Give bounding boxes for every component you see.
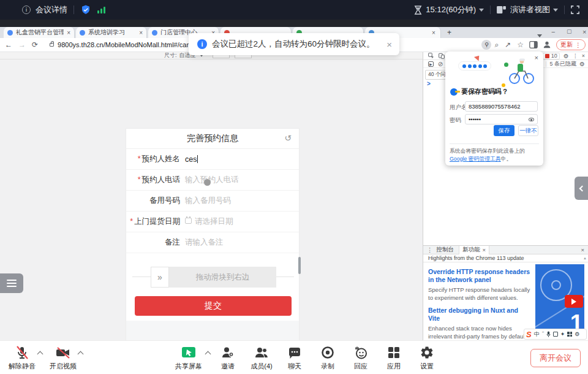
form-row-remark[interactable]: 备注 请输入备注: [126, 232, 299, 253]
ime-skin-icon[interactable]: ✦: [560, 331, 565, 337]
network-signal-icon[interactable]: [97, 6, 107, 13]
browser-tab[interactable]: 礼盒营销平台管理中心 ×: [4, 27, 75, 38]
password-input[interactable]: ••••••: [465, 114, 538, 124]
devtools-settings-icon[interactable]: ⚙: [564, 53, 569, 59]
device-toggle-icon[interactable]: [439, 53, 445, 59]
page-scrollbar-thumb[interactable]: [298, 257, 301, 274]
devtools-close-icon[interactable]: ×: [582, 53, 585, 59]
browser-tab[interactable]: 系统培训学习 ×: [76, 27, 147, 38]
tab-close-icon[interactable]: ×: [483, 246, 486, 253]
meeting-notification-banner: i 会议已超过2人，自动转为60分钟限时会议。 ×: [189, 33, 399, 55]
browser-frame: [0, 20, 588, 27]
banner-close-icon[interactable]: ×: [386, 39, 392, 50]
forward-icon[interactable]: →: [18, 40, 26, 49]
never-save-button[interactable]: 一律不: [518, 125, 538, 136]
annotation-toolbar-handle[interactable]: [0, 273, 23, 293]
reload-icon[interactable]: ⟳: [32, 40, 38, 49]
password-dots-illustration: [458, 61, 491, 71]
window-minimize-button[interactable]: −: [551, 28, 555, 36]
ime-toolbox-icon[interactable]: [567, 332, 572, 337]
panel-menu-icon[interactable]: ⋮: [427, 246, 433, 253]
whats-new-panel: ⋮ 控制台 新功能 × × Highlights from the Chrome…: [423, 245, 588, 340]
tab-title: 系统培训学习: [88, 28, 136, 37]
ime-lang-button[interactable]: 中: [534, 330, 540, 338]
undo-icon[interactable]: ↺: [284, 133, 292, 143]
meeting-details-button[interactable]: i 会议详情: [22, 4, 67, 15]
zoom-icon[interactable]: ⌕: [494, 40, 499, 49]
whats-new-thumbnail[interactable]: 1: [535, 264, 584, 332]
leave-meeting-button[interactable]: 离开会议: [530, 349, 581, 367]
date-input[interactable]: 请选择日期: [185, 216, 233, 227]
bookmark-star-icon[interactable]: ☆: [517, 40, 524, 49]
wn-heading-link[interactable]: Override HTTP response headers in the Ne…: [428, 268, 531, 284]
menu-dots-icon: ⋮: [575, 42, 581, 48]
new-tab-button[interactable]: +: [447, 28, 451, 37]
panel-close-icon[interactable]: ×: [581, 246, 584, 253]
start-video-button[interactable]: 开启视频: [43, 345, 83, 371]
side-panel-icon[interactable]: [529, 41, 538, 48]
unmute-button[interactable]: 解除静音: [2, 345, 42, 371]
window-close-button[interactable]: ×: [582, 28, 586, 36]
timer-caret-icon[interactable]: [479, 9, 484, 12]
save-password-button[interactable]: 保存: [494, 125, 514, 136]
name-input[interactable]: ces: [185, 155, 198, 164]
device-size-label: 尺寸:: [164, 52, 177, 59]
share-screen-button[interactable]: 共享屏幕: [169, 345, 208, 371]
scroll-up-icon[interactable]: ▲: [583, 256, 587, 260]
tab-console[interactable]: 控制台: [437, 246, 454, 254]
expand-panel-handle[interactable]: [575, 177, 588, 200]
phone-input[interactable]: 输入预约人电话: [185, 175, 239, 185]
profile-avatar-icon[interactable]: [543, 40, 551, 49]
dialog-title: 要保存密码吗？: [461, 87, 508, 96]
settings-button[interactable]: 设置: [407, 345, 447, 371]
console-play-icon[interactable]: ▶: [428, 61, 434, 67]
youtube-play-icon[interactable]: [565, 295, 583, 308]
submit-button[interactable]: 提交: [135, 296, 292, 316]
form-row-backup[interactable]: 备用号码 输入备用号码: [126, 191, 299, 212]
password-key-icon[interactable]: ⚲: [481, 40, 491, 50]
console-clear-icon[interactable]: ⊘: [438, 61, 443, 67]
devtools-menu-icon[interactable]: ⋮: [573, 53, 578, 59]
tab-close-icon[interactable]: ×: [432, 29, 435, 36]
sogou-logo-icon[interactable]: S: [526, 330, 532, 338]
remark-input[interactable]: 请输入备注: [185, 237, 224, 248]
password-manager-link[interactable]: Google 密码管理工具: [450, 156, 501, 162]
ime-mic-icon[interactable]: [546, 331, 551, 337]
inspect-icon[interactable]: [428, 53, 434, 59]
text-caret: [197, 155, 198, 163]
meeting-bottom-toolbar: 解除静音 开启视频 共享屏幕: [0, 340, 588, 374]
username-input[interactable]: 8385889075578462: [465, 101, 538, 112]
chrome-update-button[interactable]: 更新 ⋮: [556, 39, 586, 50]
view-mode-label[interactable]: 演讲者视图: [510, 4, 550, 15]
form-row-date[interactable]: *上门提货日期 请选择日期: [126, 212, 299, 232]
share-icon[interactable]: ↗: [505, 40, 511, 49]
tab-close-icon[interactable]: ×: [139, 29, 143, 36]
page-viewport: 完善预约信息 ↺ *预约人姓名 ces *预约人电话 输入预约人电话 备用号码 …: [0, 59, 423, 340]
save-password-dialog: × 要保存密码吗？ 用户名 8385889075578462 密码 ••••••…: [445, 52, 543, 166]
back-icon[interactable]: ←: [5, 40, 12, 49]
wn-heading-link[interactable]: Better debugging in Nuxt and Vite: [428, 307, 531, 322]
view-caret-icon[interactable]: [553, 9, 558, 12]
window-maximize-button[interactable]: ▢: [567, 28, 572, 34]
apps-grid-icon: [386, 345, 401, 360]
console-prompt[interactable]: >: [427, 80, 431, 87]
ime-keyboard-icon[interactable]: [553, 332, 558, 337]
ime-settings-icon[interactable]: ⚙: [575, 331, 579, 337]
timer-hourglass-icon: [414, 6, 422, 15]
show-password-eye-icon[interactable]: [529, 118, 534, 121]
slider-handle[interactable]: »: [151, 267, 169, 288]
form-row-name[interactable]: *预约人姓名 ces: [126, 149, 299, 170]
tab-whats-new[interactable]: 新功能 ×: [459, 246, 489, 254]
console-settings-icon[interactable]: ⚙: [579, 61, 585, 67]
form-row-phone[interactable]: *预约人电话 输入预约人电话: [126, 170, 299, 191]
backup-input[interactable]: 输入备用号码: [185, 196, 231, 206]
ime-punct-icon[interactable]: ˝: [542, 331, 544, 337]
tab-close-icon[interactable]: ×: [67, 29, 70, 36]
security-shield-icon[interactable]: [80, 4, 91, 15]
calendar-icon: [185, 218, 192, 224]
decor-circle: [551, 280, 561, 290]
captcha-slider: 拖动滑块到右边 »: [126, 267, 300, 288]
dialog-close-icon[interactable]: ×: [535, 54, 538, 61]
fullscreen-icon[interactable]: [571, 6, 579, 14]
issues-badge[interactable]: 10: [543, 53, 560, 59]
